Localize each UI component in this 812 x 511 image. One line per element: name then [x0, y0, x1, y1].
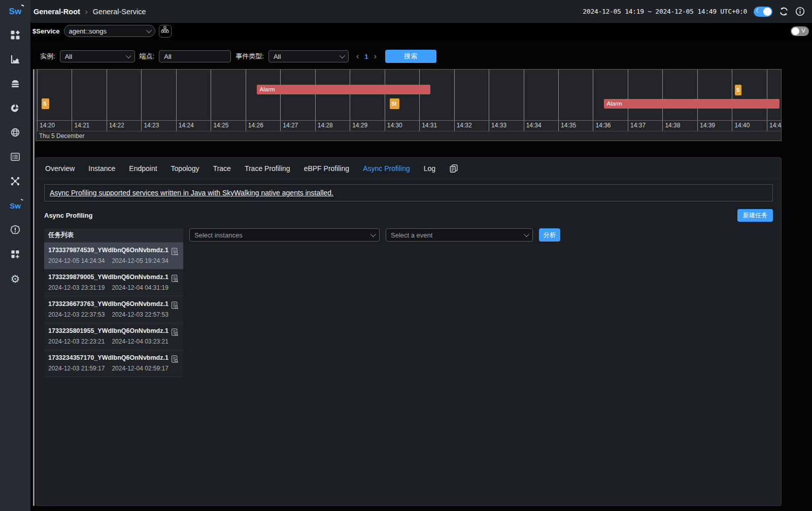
- endpoint-filter-input[interactable]: [159, 50, 231, 62]
- instance-filter-label: 实例:: [40, 52, 55, 61]
- breadcrumb-root[interactable]: General-Root: [33, 8, 80, 16]
- task-detail-icon[interactable]: [171, 274, 179, 285]
- sidebar-item-marketplace[interactable]: [10, 29, 21, 41]
- section-title: Async Profiling: [44, 212, 92, 219]
- tab-topology[interactable]: Topology: [171, 164, 199, 173]
- chevron-down-icon: [340, 53, 345, 58]
- task-start-time: 2024-12-03 22:37:53: [48, 311, 105, 318]
- next-page-arrow[interactable]: ›: [374, 52, 376, 60]
- skywalking-logo[interactable]: Sw: [0, 0, 30, 23]
- tab-endpoint[interactable]: Endpoint: [129, 164, 157, 173]
- tick-label: 14:38: [662, 122, 680, 129]
- sidebar-item-general-service[interactable]: [10, 54, 21, 65]
- sidebar-item-topology[interactable]: [10, 176, 21, 187]
- tab-instance[interactable]: Instance: [88, 164, 115, 173]
- task-list-item[interactable]: 1733379874539_YWdlbnQ6OnNvbmdz.1 2024-12…: [44, 243, 183, 269]
- instance-filter-value: All: [65, 53, 72, 60]
- sidebar-item-database[interactable]: [10, 78, 21, 89]
- topology-icon: [10, 176, 20, 186]
- tick-label: 14:32: [454, 122, 472, 129]
- tick-label: 14:34: [524, 122, 542, 129]
- toggle-knob: [792, 27, 799, 35]
- tick-label: 14:29: [350, 122, 367, 129]
- breadcrumb: General-Root › General-Service: [33, 7, 146, 16]
- service-topology-button[interactable]: [159, 25, 172, 38]
- instance-filter-select[interactable]: All: [60, 50, 135, 62]
- bar-chart-icon: [10, 54, 20, 64]
- scrollbar[interactable]: [33, 69, 35, 506]
- refresh-icon[interactable]: [779, 7, 789, 16]
- tick-label: 14:35: [558, 122, 576, 129]
- alarm-event-bar[interactable]: Alarm: [604, 99, 780, 109]
- select-instances-dropdown[interactable]: Select instances: [189, 228, 380, 242]
- tick-label: 14:40: [732, 122, 750, 129]
- task-id: 1733234357170_YWdlbnQ6OnNvbmdz.1: [48, 354, 179, 361]
- info-icon[interactable]: [795, 7, 805, 16]
- task-start-time: 2024-12-05 14:24:34: [48, 257, 105, 264]
- task-start-time: 2024-12-03 22:23:21: [48, 338, 105, 345]
- select-event-dropdown[interactable]: Select a event: [386, 228, 533, 242]
- sidebar-item-alerting[interactable]: [10, 224, 21, 235]
- select-event-placeholder: Select a event: [391, 231, 432, 239]
- task-list-item[interactable]: 1733234357170_YWdlbnQ6OnNvbmdz.1 2024-12…: [44, 350, 183, 377]
- dashboard-grid-icon: [10, 30, 20, 40]
- event-type-filter-select[interactable]: All: [268, 50, 349, 62]
- sidebar-item-browser[interactable]: [10, 127, 21, 138]
- task-detail-icon[interactable]: [171, 328, 179, 339]
- search-button[interactable]: 搜索: [385, 50, 436, 63]
- logo-swoosh: [21, 5, 25, 9]
- sidebar-item-widgets[interactable]: [10, 249, 21, 260]
- task-end-time: 2024-12-03 22:57:53: [112, 311, 168, 318]
- top-bar: General-Root › General-Service 2024-12-0…: [30, 0, 812, 23]
- chevron-down-icon: [125, 53, 131, 58]
- prev-page-arrow[interactable]: ‹: [356, 52, 359, 60]
- service-select[interactable]: agent::songs: [64, 25, 155, 37]
- tick-label: 14:25: [211, 122, 228, 129]
- gear-icon: ⚙: [11, 274, 20, 284]
- chevron-down-icon: [370, 231, 376, 237]
- tick-label: 14:33: [489, 122, 506, 129]
- start-event-marker[interactable]: S: [735, 85, 741, 95]
- start-event-marker[interactable]: St: [390, 98, 399, 109]
- sidebar-item-log[interactable]: [10, 151, 21, 162]
- task-detail-icon[interactable]: [171, 355, 179, 366]
- sidebar-item-dashboards[interactable]: [10, 103, 21, 114]
- sidebar-item-skywalking[interactable]: Sw: [10, 200, 21, 211]
- sw-logo-text: Sw: [10, 201, 21, 210]
- service-selector-row: $Service agent::songs V: [30, 23, 812, 39]
- task-list-item[interactable]: 1733239879005_YWdlbnQ6OnNvbmdz.1 2024-12…: [44, 269, 183, 296]
- start-event-marker[interactable]: S: [42, 98, 49, 109]
- task-start-time: 2024-12-03 23:31:19: [48, 284, 105, 291]
- task-list-item[interactable]: 1733235801955_YWdlbnQ6OnNvbmdz.1 2024-12…: [44, 323, 183, 350]
- list-icon: [10, 152, 20, 162]
- alarm-event-bar[interactable]: Alarm: [257, 85, 431, 94]
- time-range-picker[interactable]: 2024-12-05 14:19 ~ 2024-12-05 14:49 UTC+…: [583, 8, 747, 15]
- tab-trace-profiling[interactable]: Trace Profiling: [245, 164, 290, 173]
- tab-trace[interactable]: Trace: [213, 164, 231, 173]
- new-task-button[interactable]: 新建任务: [737, 209, 773, 222]
- pie-chart-icon: [10, 103, 20, 113]
- version-toggle[interactable]: V: [791, 26, 809, 36]
- task-detail-icon[interactable]: [171, 301, 179, 312]
- service-detail-panel: Overview Instance Endpoint Topology Trac…: [36, 157, 782, 506]
- current-page-number[interactable]: 1: [364, 53, 368, 60]
- tab-async-profiling[interactable]: Async Profiling: [363, 164, 410, 173]
- tab-bar: Overview Instance Endpoint Topology Trac…: [36, 158, 781, 179]
- tab-overview[interactable]: Overview: [45, 164, 75, 173]
- service-label: $Service: [32, 27, 60, 35]
- event-type-filter-value: All: [274, 53, 281, 60]
- endpoint-filter-label: 端点:: [140, 52, 155, 61]
- sidebar-item-settings[interactable]: ⚙: [10, 273, 21, 284]
- async-profiling-doc-link[interactable]: Async Profiling supported services writt…: [50, 189, 333, 197]
- sidebar: Sw Sw ⚙: [0, 0, 30, 511]
- task-list-item[interactable]: 1733236673763_YWdlbnQ6OnNvbmdz.1 2024-12…: [44, 296, 183, 323]
- tab-ebpf-profiling[interactable]: eBPF Profiling: [304, 164, 349, 173]
- copy-dashboard-icon[interactable]: [449, 164, 458, 173]
- theme-toggle[interactable]: ☾: [754, 7, 772, 17]
- event-filter-row: 实例: All 端点: 事件类型: All ‹ 1 › 搜索: [40, 50, 436, 63]
- analyze-button[interactable]: 分析: [539, 228, 560, 242]
- tick-label: 14:27: [280, 122, 298, 129]
- timeline-date-label: Thu 5 December: [39, 132, 84, 140]
- tab-log[interactable]: Log: [424, 164, 435, 173]
- task-detail-icon[interactable]: [171, 247, 179, 258]
